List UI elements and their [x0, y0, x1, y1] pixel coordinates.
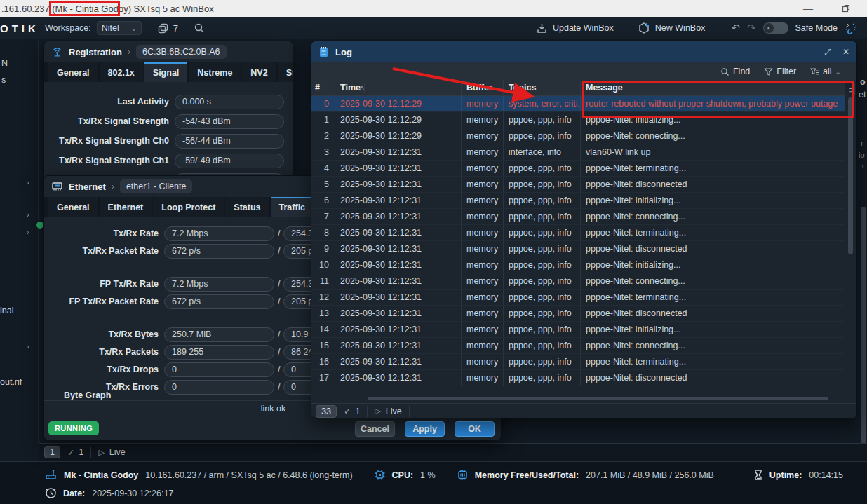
- log-row[interactable]: 17 2025-09-30 12:12:31 memory pppoe, ppp…: [311, 370, 845, 386]
- log-row[interactable]: 11 2025-09-30 12:12:31 memory pppoe, ppp…: [311, 273, 845, 290]
- filter-all-select[interactable]: all ⌄: [810, 67, 841, 76]
- main-scrollbar[interactable]: [861, 207, 866, 458]
- tab-general[interactable]: General: [48, 62, 98, 82]
- log-titlebar[interactable]: Log ⤢ ✕: [311, 41, 856, 62]
- column-header-buffer[interactable]: Buffer: [462, 81, 504, 95]
- log-row[interactable]: 3 2025-09-30 12:12:31 memory interface, …: [311, 144, 845, 161]
- tab-nstreme[interactable]: Nstreme: [189, 62, 241, 82]
- clock-icon: [45, 487, 57, 499]
- apply-button[interactable]: Apply: [405, 421, 445, 437]
- minimize-button[interactable]: —: [794, 0, 822, 17]
- sidebar-item-terminal-fragment[interactable]: inal: [0, 306, 13, 315]
- vertical-scrollbar[interactable]: [848, 97, 853, 254]
- close-icon[interactable]: ✕: [842, 47, 849, 57]
- filter-button[interactable]: Filter: [764, 67, 796, 76]
- log-row[interactable]: 2 2025-09-30 12:12:29 memory pppoe, ppp,…: [311, 128, 845, 144]
- log-row[interactable]: 14 2025-09-30 12:12:31 memory pppoe, ppp…: [311, 322, 845, 338]
- update-winbox-button[interactable]: Update WinBox: [536, 22, 614, 34]
- search-icon: [720, 67, 730, 76]
- router-icon: [45, 469, 58, 481]
- ethernet-card-icon: [51, 181, 63, 192]
- field-value[interactable]: 0.000 s: [175, 95, 284, 109]
- log-row[interactable]: 15 2025-09-30 12:12:31 memory pppoe, ppp…: [311, 338, 845, 354]
- chevron-right-icon[interactable]: ›: [27, 178, 29, 186]
- new-winbox-button[interactable]: New WinBox: [638, 22, 706, 34]
- disconnect-link-icon[interactable]: [845, 22, 857, 34]
- sort-ascending-icon[interactable]: ^: [355, 83, 365, 93]
- tab-ethernet[interactable]: Ethernet: [100, 197, 152, 217]
- field-value[interactable]: -54/-43 dBm: [175, 114, 284, 129]
- hourglass-icon: [753, 469, 763, 481]
- log-row[interactable]: 8 2025-09-30 12:12:31 memory pppoe, ppp,…: [311, 225, 845, 241]
- ok-button[interactable]: OK: [455, 421, 495, 437]
- tab-loop-protect[interactable]: Loop Protect: [153, 197, 224, 217]
- field-value[interactable]: -56/-44 dBm: [175, 134, 284, 149]
- horizontal-scrollbar[interactable]: [368, 397, 828, 400]
- tx-value[interactable]: 7.2 Mbps: [164, 226, 274, 241]
- restore-button[interactable]: [832, 0, 860, 17]
- chevron-down-icon: ⌄: [835, 68, 841, 76]
- registration-titlebar[interactable]: Registration › 6C:3B:6B:C2:0B:A6: [44, 41, 293, 62]
- log-row[interactable]: 16 2025-09-30 12:12:31 memory pppoe, ppp…: [311, 354, 845, 370]
- chevron-right-icon[interactable]: ›: [27, 342, 29, 350]
- tx-value[interactable]: 0: [164, 380, 274, 395]
- sidebar-item-rif-fragment[interactable]: out.rif: [0, 377, 22, 387]
- tx-value[interactable]: 0: [164, 362, 274, 377]
- redo-button[interactable]: ↷: [747, 22, 756, 34]
- undo-button[interactable]: ↶: [731, 22, 740, 34]
- log-row[interactable]: 10 2025-09-30 12:12:31 memory pppoe, ppp…: [311, 257, 845, 273]
- session-live-button[interactable]: ▷ Live: [98, 447, 125, 457]
- tx-value[interactable]: 672 p/s: [164, 244, 274, 259]
- date-label: Date:: [63, 489, 85, 498]
- cpu-icon: [374, 469, 386, 481]
- workspace-select[interactable]: Nitel ⌄: [97, 21, 142, 35]
- safe-mode-toggle[interactable]: ✕: [763, 22, 788, 34]
- breadcrumb-chevron: ›: [128, 47, 130, 57]
- slash-separator: /: [278, 365, 280, 374]
- tx-value[interactable]: 189 255: [164, 345, 274, 360]
- tab-statistics[interactable]: Statistics: [278, 62, 293, 82]
- tab-general[interactable]: General: [48, 197, 98, 217]
- ethernet-footer: RUNNING Cancel Apply OK: [44, 416, 502, 440]
- chevron-right-icon[interactable]: ›: [27, 210, 29, 219]
- log-scroll-area: [311, 386, 856, 403]
- tab-traffic[interactable]: Traffic: [271, 197, 314, 217]
- find-button[interactable]: Find: [720, 67, 750, 76]
- field-label: Tx/Rx Packet Rate: [44, 246, 159, 256]
- memory-label: Memory Free/Used/Total:: [475, 470, 579, 480]
- device-name: Mk - Cintia Godoy: [64, 470, 138, 480]
- workspace-label: Workspace:: [45, 23, 91, 33]
- divider: [90, 447, 91, 458]
- tx-value[interactable]: 250.7 MiB: [164, 327, 274, 342]
- tx-value[interactable]: 7.2 Mbps: [164, 277, 274, 292]
- log-row[interactable]: 7 2025-09-30 12:12:31 memory pppoe, ppp,…: [311, 209, 845, 225]
- maximize-icon[interactable]: ⤢: [824, 47, 831, 57]
- divider: [409, 406, 410, 417]
- registration-title: Registration: [69, 47, 122, 57]
- log-row[interactable]: 4 2025-09-30 12:12:31 memory pppoe, ppp,…: [311, 161, 845, 177]
- log-row[interactable]: 12 2025-09-30 12:12:31 memory pppoe, ppp…: [311, 290, 845, 306]
- tx-value[interactable]: 672 p/s: [164, 294, 274, 309]
- tab-8021x[interactable]: 802.1x: [100, 62, 143, 82]
- column-header-topics[interactable]: Topics: [504, 81, 581, 95]
- column-header-number[interactable]: #: [311, 81, 335, 95]
- log-row[interactable]: 5 2025-09-30 12:12:31 memory pppoe, ppp,…: [311, 177, 845, 193]
- log-live-button[interactable]: ▷ Live: [375, 407, 401, 416]
- tab-status[interactable]: Status: [225, 197, 269, 217]
- chevron-right-icon[interactable]: ›: [27, 228, 29, 236]
- log-row[interactable]: 13 2025-09-30 12:12:31 memory pppoe, ppp…: [311, 306, 845, 322]
- log-row[interactable]: 6 2025-09-30 12:12:31 memory pppoe, ppp,…: [311, 193, 845, 209]
- field-value[interactable]: -59/-49 dBm: [175, 154, 284, 168]
- log-row[interactable]: 9 2025-09-30 12:12:31 memory pppoe, ppp,…: [311, 241, 845, 257]
- tab-nv2[interactable]: NV2: [242, 62, 276, 82]
- search-button[interactable]: [194, 22, 205, 34]
- cancel-button[interactable]: Cancel: [355, 421, 395, 437]
- background-fragment: io: [859, 151, 865, 159]
- background-fragment: et: [859, 90, 866, 100]
- registration-tabs: General 802.1x Signal Nstreme NV2 Statis…: [44, 62, 293, 82]
- column-header-time[interactable]: Time: [335, 81, 462, 95]
- mac-address-badge: 6C:3B:6B:C2:0B:A6: [136, 45, 226, 59]
- tab-signal[interactable]: Signal: [144, 62, 188, 82]
- windows-stack-button[interactable]: [157, 22, 169, 34]
- wireless-icon: [51, 46, 63, 57]
